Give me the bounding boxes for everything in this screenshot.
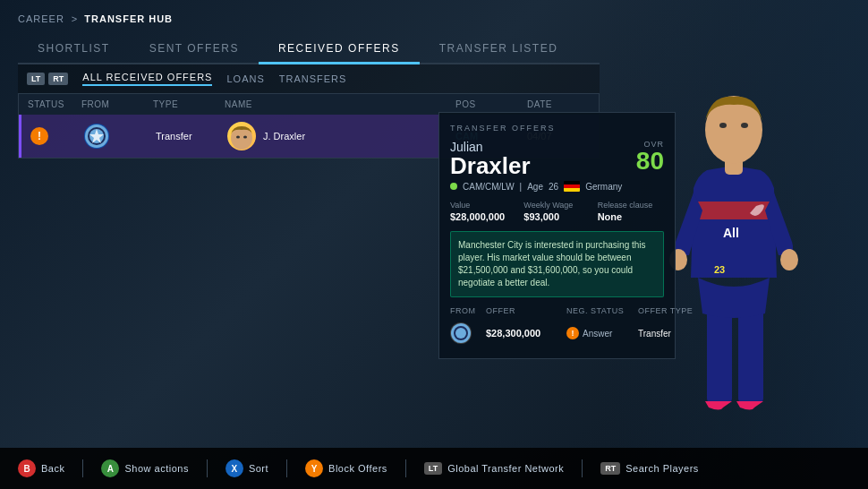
value-label: Value [450, 201, 516, 210]
player-age-label: | [520, 182, 523, 192]
info-box: Manchester City is interested in purchas… [450, 231, 664, 297]
action-sort: X Sort [226, 459, 268, 477]
action-show: A Show actions [101, 459, 188, 477]
lt-trigger: LT [424, 462, 442, 475]
transfer-offers-panel: TRANSFER OFFERS Julian Draxler OVR 80 CA… [438, 112, 676, 359]
divider-5 [582, 459, 583, 477]
player-names: Julian Draxler [450, 140, 531, 177]
search-label: Search Players [625, 463, 699, 474]
player-positions: CAM/CM/LW [463, 182, 515, 192]
neg-status: ! Answer [566, 327, 638, 339]
ovr-area: OVR 80 [636, 140, 664, 174]
nav-badges: LT RT [27, 73, 68, 85]
sub-navigation: LT RT ALL RECEIVED OFFERS LOANS TRANSFER… [18, 64, 600, 93]
rt-badge: RT [48, 73, 68, 85]
global-label: Global Transfer Network [447, 463, 564, 474]
col-pos: POS [455, 99, 527, 109]
svg-point-7 [719, 123, 727, 128]
offer-from-icon [450, 322, 472, 344]
player-meta: CAM/CM/LW | Age 26 Germany [450, 181, 664, 192]
sub-nav-transfers[interactable]: TRANSFERS [279, 73, 347, 84]
offer-col-status: Neg. Status [566, 306, 638, 315]
bottom-bar: B Back A Show actions X Sort Y Block Off… [0, 448, 868, 489]
release-value: None [598, 211, 664, 222]
row-from [84, 124, 156, 149]
svg-rect-0 [707, 305, 732, 403]
player-age: 26 [549, 182, 558, 192]
wage-amount: $93,000 [523, 211, 590, 222]
stat-wage: Weekly Wage $93,000 [523, 201, 590, 222]
col-from: From [81, 99, 153, 109]
tab-transfer-listed[interactable]: TRANSFER LISTED [420, 35, 578, 63]
tab-received-offers[interactable]: RECEIVED OFFERS [259, 35, 420, 64]
row-status: ! [30, 127, 84, 145]
a-button: A [101, 459, 119, 477]
svg-point-18 [455, 328, 466, 339]
y-button: Y [305, 459, 323, 477]
offer-col-type: Offer type [638, 306, 701, 315]
tab-sent-offers[interactable]: SENT OFFERS [130, 35, 259, 63]
rt-trigger: RT [600, 462, 620, 475]
sort-label: Sort [249, 463, 268, 474]
transfer-offers-label: TRANSFER OFFERS [450, 124, 664, 133]
row-name: J. Draxler [227, 122, 455, 150]
age-label: Age [527, 182, 543, 192]
svg-text:All: All [723, 226, 739, 240]
col-name: Name [225, 99, 455, 109]
show-label: Show actions [124, 463, 188, 474]
team-icon [84, 124, 109, 149]
wage-label: Weekly Wage [523, 201, 590, 210]
col-status: Status [28, 99, 81, 109]
breadcrumb-hub: TRANSFER HUB [84, 13, 173, 24]
ovr-value: 80 [636, 149, 664, 174]
player-stats: Value $28,000,000 Weekly Wage $93,000 Re… [450, 201, 664, 222]
lt-badge: LT [27, 73, 45, 85]
offer-col-amount: Offer [486, 306, 566, 315]
b-button: B [18, 459, 36, 477]
col-type: Type [153, 99, 225, 109]
svg-point-8 [741, 123, 748, 128]
status-icon: ! [30, 127, 48, 145]
block-label: Block Offers [328, 463, 387, 474]
divider-4 [405, 459, 406, 477]
sub-nav-loans[interactable]: LOANS [226, 73, 264, 84]
svg-point-14 [236, 136, 240, 139]
x-button: X [226, 459, 243, 477]
neg-status-text: Answer [583, 329, 612, 339]
offers-table-header: From Offer Neg. Status Offer type [450, 306, 664, 315]
value-amount: $28,000,000 [450, 211, 516, 222]
player-nationality: Germany [585, 182, 622, 192]
release-label: Release clause [598, 201, 664, 210]
back-label: Back [41, 463, 64, 474]
divider-3 [286, 459, 287, 477]
divider-1 [82, 459, 83, 477]
status-dot [450, 183, 457, 190]
nav-tabs: SHORTLIST SENT OFFERS RECEIVED OFFERS TR… [18, 35, 600, 64]
action-block: Y Block Offers [305, 459, 387, 477]
svg-text:23: 23 [714, 264, 725, 275]
player-face-icon [227, 122, 256, 150]
player-last-name: Draxler [450, 154, 531, 177]
info-text: Manchester City is interested in purchas… [458, 239, 656, 289]
breadcrumb-separator: > [72, 13, 77, 24]
action-global: LT Global Transfer Network [424, 462, 564, 475]
sub-nav-all[interactable]: ALL RECEIVED OFFERS [82, 72, 212, 86]
breadcrumb-career: CAREER [18, 13, 64, 24]
action-search: RT Search Players [600, 462, 699, 475]
offer-row[interactable]: $28,300,000 ! Answer Transfer [450, 319, 664, 347]
player-name-area: Julian Draxler OVR 80 [450, 140, 664, 177]
nationality-flag [564, 181, 580, 192]
neg-icon: ! [566, 327, 579, 339]
stat-value: Value $28,000,000 [450, 201, 516, 222]
stat-release: Release clause None [598, 201, 664, 222]
offer-amount: $28,300,000 [486, 328, 566, 339]
offer-col-from: From [450, 306, 486, 315]
row-type: Transfer [156, 131, 227, 142]
col-date: Date [527, 99, 590, 109]
tab-shortlist[interactable]: SHORTLIST [18, 35, 130, 63]
svg-rect-1 [738, 305, 763, 403]
offer-type: Transfer [638, 329, 701, 339]
action-back: B Back [18, 459, 64, 477]
svg-point-4 [780, 249, 798, 270]
svg-point-15 [243, 136, 247, 139]
